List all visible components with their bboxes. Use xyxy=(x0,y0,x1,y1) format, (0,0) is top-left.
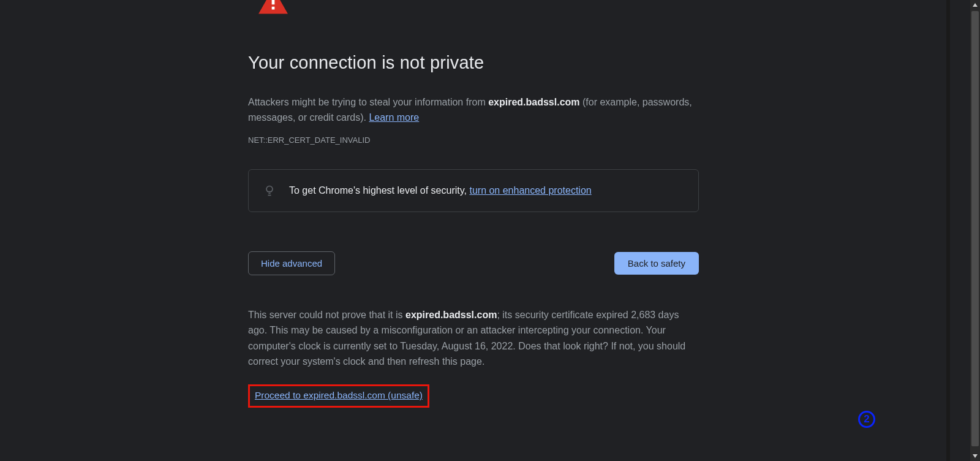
svg-marker-3 xyxy=(973,3,978,7)
advanced-prefix: This server could not prove that it is xyxy=(248,310,405,320)
scrollbar-track[interactable] xyxy=(970,0,980,461)
interstitial-content: Your connection is not private Attackers… xyxy=(248,0,699,408)
scroll-down-arrow-icon[interactable] xyxy=(970,451,980,461)
back-to-safety-button[interactable]: Back to safety xyxy=(614,252,699,275)
svg-rect-1 xyxy=(272,0,275,4)
annotation-badge-2: 2 xyxy=(858,411,875,428)
advanced-details: This server could not prove that it is e… xyxy=(248,307,699,370)
hide-advanced-button[interactable]: Hide advanced xyxy=(248,251,335,275)
tip-prefix: To get Chrome's highest level of securit… xyxy=(289,185,469,196)
lightbulb-icon xyxy=(263,183,276,198)
proceed-unsafe-link[interactable]: Proceed to expired.badssl.com (unsafe) xyxy=(255,390,423,400)
svg-marker-4 xyxy=(973,454,978,458)
ssl-warning-page: Your connection is not private Attackers… xyxy=(0,0,946,461)
enhanced-protection-tip: To get Chrome's highest level of securit… xyxy=(248,169,699,212)
hostname: expired.badssl.com xyxy=(488,97,579,107)
warning-triangle-icon xyxy=(248,0,297,23)
learn-more-link[interactable]: Learn more xyxy=(369,112,419,123)
enhanced-protection-link[interactable]: turn on enhanced protection xyxy=(469,185,591,196)
advanced-hostname: expired.badssl.com xyxy=(405,310,497,320)
error-code: NET::ERR_CERT_DATE_INVALID xyxy=(248,135,699,145)
svg-rect-2 xyxy=(272,7,275,10)
scrollbar-thumb[interactable] xyxy=(971,11,979,446)
inner-scrollbar-track[interactable] xyxy=(946,0,950,461)
proceed-highlight-box: Proceed to expired.badssl.com (unsafe) xyxy=(248,384,429,408)
tip-text: To get Chrome's highest level of securit… xyxy=(289,185,592,196)
warning-body: Attackers might be trying to steal your … xyxy=(248,95,699,126)
buttons-row: Hide advanced Back to safety xyxy=(248,251,699,275)
scroll-up-arrow-icon[interactable] xyxy=(970,0,980,10)
page-title: Your connection is not private xyxy=(248,53,699,73)
body-prefix: Attackers might be trying to steal your … xyxy=(248,97,488,107)
